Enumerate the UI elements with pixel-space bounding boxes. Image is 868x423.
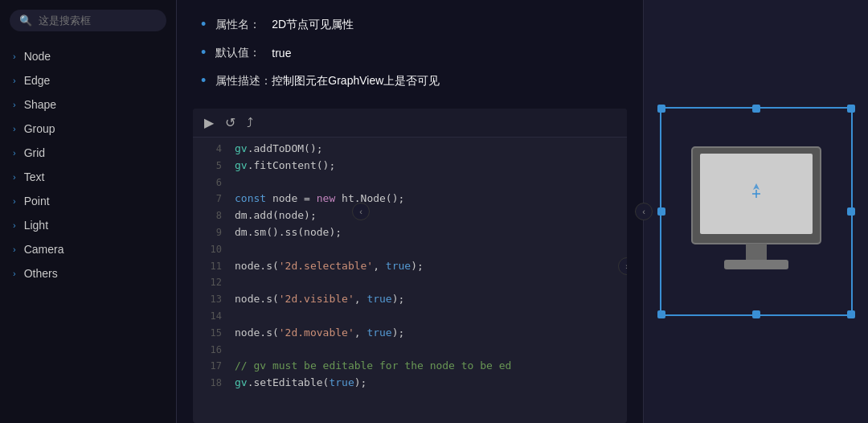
sidebar-item-shape[interactable]: › Shape <box>0 92 176 117</box>
sidebar-item-label: Light <box>24 219 48 232</box>
canvas-area <box>660 107 853 316</box>
bullet-icon: • <box>201 16 206 33</box>
search-icon: 🔍 <box>19 14 32 27</box>
sidebar-item-label: Edge <box>24 74 51 87</box>
play-icon[interactable]: ▶ <box>204 115 214 130</box>
sidebar-item-group[interactable]: › Group <box>0 117 176 141</box>
search-bar[interactable]: 🔍 <box>10 10 166 31</box>
desc-label: 属性描述： <box>215 74 272 88</box>
code-line-16: 16 <box>193 342 627 359</box>
handle-top-center <box>752 105 760 113</box>
default-label: 默认值： <box>215 46 272 60</box>
code-line-6: 6 <box>193 175 627 191</box>
handle-middle-left <box>657 207 665 216</box>
selection-box <box>660 107 853 316</box>
handle-bottom-center <box>752 310 760 318</box>
sidebar-item-label: Shape <box>24 98 56 111</box>
main-wrapper: ‹ • 属性名： 2D节点可见属性 • 默认值： true • 属性描述： 控制… <box>177 0 868 423</box>
handle-top-left <box>657 105 665 113</box>
code-line-15: 15 node.s('2d.movable', true); <box>193 325 627 342</box>
sidebar-item-others[interactable]: › Others <box>0 261 176 285</box>
code-line-7: 7 const node = new ht.Node(); <box>193 191 627 207</box>
chevron-icon: › <box>13 148 16 158</box>
bullet-icon: • <box>201 44 206 61</box>
search-input[interactable] <box>39 14 157 27</box>
sidebar-item-light[interactable]: › Light <box>0 213 176 237</box>
sidebar-item-label: Grid <box>24 146 45 159</box>
code-line-9: 9 dm.sm().ss(node); <box>193 224 627 241</box>
middle-panel: • 属性名： 2D节点可见属性 • 默认值： true • 属性描述： 控制图元… <box>177 0 643 423</box>
property-name-label: 属性名： <box>215 18 272 32</box>
sidebar-item-label: Others <box>24 267 58 280</box>
code-line-17: 17 // gv must be editable for the node t… <box>193 358 627 375</box>
handle-middle-right <box>847 207 855 216</box>
bullet-icon: • <box>201 72 206 89</box>
code-line-12: 12 <box>193 274 627 291</box>
sidebar-item-camera[interactable]: › Camera <box>0 237 176 261</box>
chevron-icon: › <box>13 124 16 133</box>
chevron-icon: › <box>13 244 16 254</box>
sidebar: 🔍 › Node › Edge › Shape › Group › Grid ›… <box>0 0 177 423</box>
code-line-10: 10 <box>193 241 627 258</box>
right-panel: ‹ <box>643 0 868 423</box>
code-line-8: 8 dm.add(node); <box>193 207 627 224</box>
code-line-18: 18 gv.setEditable(true); <box>193 375 627 392</box>
chevron-icon: › <box>13 172 16 182</box>
code-panel: ▶ ↺ ⤴ 4 gv.addToDOM(); 5 gv.fitContent()… <box>193 109 627 423</box>
code-toolbar: ▶ ↺ ⤴ <box>193 109 627 138</box>
external-link-icon[interactable]: ⤴ <box>247 116 253 130</box>
info-panel: • 属性名： 2D节点可见属性 • 默认值： true • 属性描述： 控制图元… <box>177 0 643 109</box>
chevron-icon: › <box>13 51 16 61</box>
desc-row: • 属性描述： 控制图元在GraphView上是否可见 <box>201 72 619 89</box>
chevron-icon: › <box>13 220 16 230</box>
default-value-row: • 默认值： true <box>201 44 619 61</box>
collapse-right-button[interactable]: ‹ <box>635 203 653 220</box>
desc-value: 控制图元在GraphView上是否可见 <box>272 74 440 88</box>
chevron-icon: › <box>13 76 16 85</box>
chevron-icon: › <box>13 100 16 109</box>
sidebar-item-label: Group <box>24 122 55 135</box>
code-line-4: 4 gv.addToDOM(); <box>193 141 627 158</box>
code-line-14: 14 <box>193 308 627 325</box>
code-line-13: 13 node.s('2d.visible', true); <box>193 291 627 308</box>
sidebar-item-edge[interactable]: › Edge <box>0 68 176 92</box>
property-name-value: 2D节点可见属性 <box>272 18 354 32</box>
code-line-5: 5 gv.fitContent(); <box>193 158 627 175</box>
sidebar-item-node[interactable]: › Node <box>0 44 176 68</box>
property-name-row: • 属性名： 2D节点可见属性 <box>201 16 619 33</box>
handle-bottom-left <box>657 310 665 318</box>
sidebar-item-label: Node <box>24 50 51 63</box>
sidebar-item-point[interactable]: › Point <box>0 189 176 213</box>
refresh-icon[interactable]: ↺ <box>225 115 235 130</box>
handle-bottom-right <box>847 310 855 318</box>
code-line-11: 11 node.s('2d.selectable', true); <box>193 258 627 275</box>
sidebar-item-text[interactable]: › Text <box>0 165 176 189</box>
chevron-icon: › <box>13 269 16 278</box>
collapse-left-button[interactable]: ‹ <box>352 203 370 220</box>
code-body: 4 gv.addToDOM(); 5 gv.fitContent(); 6 7 … <box>193 138 627 395</box>
handle-top-right <box>847 105 855 113</box>
sidebar-item-label: Point <box>24 195 50 207</box>
sidebar-item-grid[interactable]: › Grid <box>0 141 176 165</box>
chevron-icon: › <box>13 196 16 206</box>
default-value: true <box>272 47 291 60</box>
sidebar-item-label: Camera <box>24 243 64 256</box>
sidebar-item-label: Text <box>24 170 45 183</box>
